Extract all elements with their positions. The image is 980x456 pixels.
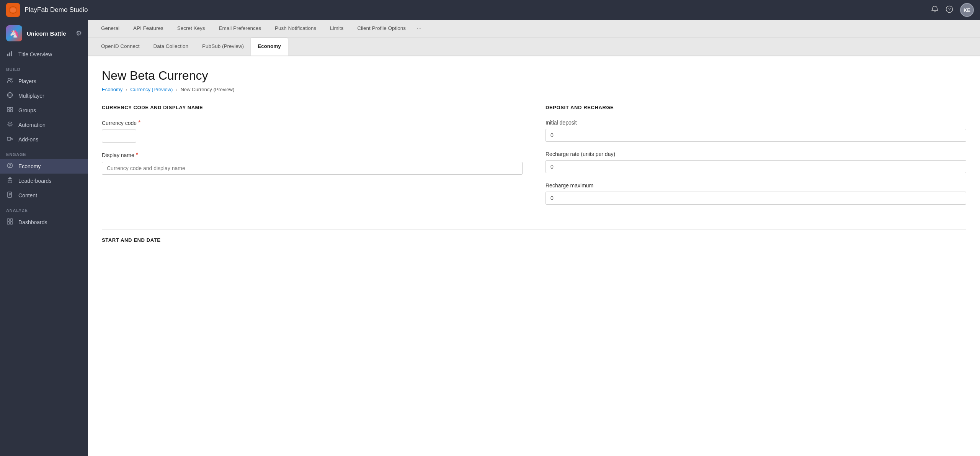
left-section-title: CURRENCY CODE AND DISPLAY NAME: [102, 105, 523, 110]
initial-deposit-input[interactable]: [546, 129, 966, 142]
main-layout: 🦄 Unicorn Battle ⚙ Title Overview BUILD: [0, 20, 980, 456]
sidebar-item-title-overview[interactable]: Title Overview: [0, 47, 88, 62]
dashboards-icon: [6, 218, 14, 226]
sidebar-item-multiplayer[interactable]: Multiplayer: [0, 89, 88, 103]
currency-code-label: Currency code *: [102, 120, 523, 126]
svg-point-8: [11, 78, 12, 80]
tab-secret-keys[interactable]: Secret Keys: [170, 20, 212, 38]
svg-rect-15: [10, 110, 13, 112]
header-icons: ? KE: [931, 3, 974, 17]
tab-email-preferences[interactable]: Email Preferences: [212, 20, 268, 38]
svg-rect-26: [7, 219, 10, 221]
svg-rect-19: [9, 177, 11, 178]
svg-rect-27: [10, 219, 13, 221]
sidebar-item-content[interactable]: Content: [0, 188, 88, 203]
sidebar-item-economy[interactable]: Economy: [0, 159, 88, 174]
tab-more-icon[interactable]: ···: [413, 20, 425, 38]
svg-point-7: [8, 78, 10, 80]
sidebar-item-players[interactable]: Players: [0, 74, 88, 89]
recharge-rate-label: Recharge rate (units per day): [546, 151, 966, 157]
app-logo: [6, 3, 20, 17]
recharge-maximum-field: Recharge maximum: [546, 182, 966, 205]
recharge-maximum-label: Recharge maximum: [546, 182, 966, 189]
sidebar: 🦄 Unicorn Battle ⚙ Title Overview BUILD: [0, 20, 88, 456]
display-name-label: Display name *: [102, 152, 523, 159]
tab-api-features[interactable]: API Features: [126, 20, 170, 38]
svg-rect-12: [7, 107, 10, 109]
sidebar-item-dashboards[interactable]: Dashboards: [0, 215, 88, 230]
currency-code-input[interactable]: [102, 130, 136, 143]
tab-data-collection[interactable]: Data Collection: [147, 38, 196, 56]
sidebar-label-automation: Automation: [18, 122, 46, 128]
tab-limits[interactable]: Limits: [323, 20, 350, 38]
section-label-engage: ENGAGE: [0, 147, 88, 159]
tab-bar-secondary: OpenID Connect Data Collection PubSub (P…: [88, 38, 980, 56]
tab-general[interactable]: General: [94, 20, 126, 38]
sidebar-label-groups: Groups: [18, 107, 36, 113]
recharge-maximum-input[interactable]: [546, 192, 966, 205]
sidebar-item-automation[interactable]: Automation: [0, 118, 88, 132]
svg-rect-17: [7, 137, 11, 140]
studio-title: PlayFab Demo Studio: [24, 6, 926, 14]
chart-icon: [6, 51, 14, 58]
svg-text:?: ?: [948, 7, 951, 12]
currency-code-field: Currency code *: [102, 120, 523, 143]
display-name-field: Display name *: [102, 152, 523, 175]
initial-deposit-label: Initial deposit: [546, 120, 966, 126]
svg-rect-14: [7, 110, 10, 112]
sidebar-item-leaderboards[interactable]: Leaderboards: [0, 174, 88, 188]
automation-icon: [6, 121, 14, 129]
svg-rect-5: [9, 52, 10, 56]
sidebar-label-content: Content: [18, 192, 37, 198]
svg-rect-28: [7, 222, 10, 224]
leaderboards-icon: [6, 177, 14, 185]
sidebar-label-leaderboards: Leaderboards: [18, 178, 51, 184]
tab-openid-connect[interactable]: OpenID Connect: [94, 38, 147, 56]
sidebar-label-economy: Economy: [18, 163, 41, 169]
start-end-date-section: START AND END DATE: [102, 229, 966, 243]
display-name-required: *: [136, 152, 138, 159]
breadcrumb-sep-2: ›: [176, 87, 177, 92]
tab-economy[interactable]: Economy: [251, 38, 288, 56]
game-title: Unicorn Battle: [27, 30, 71, 37]
bell-icon[interactable]: [931, 5, 939, 15]
form-right-section: DEPOSIT AND RECHARGE Initial deposit Rec…: [546, 105, 966, 214]
breadcrumb-currency-preview[interactable]: Currency (Preview): [130, 87, 173, 92]
tab-push-notifications[interactable]: Push Notifications: [268, 20, 323, 38]
page-content: New Beta Currency Economy › Currency (Pr…: [88, 56, 980, 456]
economy-icon: [6, 162, 14, 170]
display-name-input[interactable]: [102, 162, 523, 175]
svg-rect-13: [10, 107, 13, 109]
tab-bar-primary: General API Features Secret Keys Email P…: [88, 20, 980, 38]
form-left-section: CURRENCY CODE AND DISPLAY NAME Currency …: [102, 105, 523, 214]
sidebar-label-title-overview: Title Overview: [18, 51, 52, 57]
svg-rect-4: [7, 54, 8, 56]
tab-client-profile-options[interactable]: Client Profile Options: [350, 20, 413, 38]
svg-rect-29: [10, 222, 13, 224]
sidebar-label-addons: Add-ons: [18, 136, 38, 143]
sidebar-item-addons[interactable]: Add-ons: [0, 132, 88, 147]
recharge-rate-field: Recharge rate (units per day): [546, 151, 966, 173]
right-section-title: DEPOSIT AND RECHARGE: [546, 105, 966, 110]
multiplayer-icon: [6, 92, 14, 100]
breadcrumb-sep-1: ›: [126, 87, 127, 92]
sidebar-item-groups[interactable]: Groups: [0, 103, 88, 118]
sidebar-label-multiplayer: Multiplayer: [18, 93, 44, 99]
tab-pubsub-preview[interactable]: PubSub (Preview): [195, 38, 251, 56]
svg-rect-6: [11, 51, 12, 56]
currency-code-required: *: [138, 120, 140, 126]
top-header: PlayFab Demo Studio ? KE: [0, 0, 980, 20]
settings-gear-icon[interactable]: ⚙: [76, 29, 82, 38]
initial-deposit-field: Initial deposit: [546, 120, 966, 142]
content-area: General API Features Secret Keys Email P…: [88, 20, 980, 456]
help-icon[interactable]: ?: [946, 5, 953, 15]
recharge-rate-input[interactable]: [546, 160, 966, 173]
user-avatar[interactable]: KE: [960, 3, 974, 17]
form-layout: CURRENCY CODE AND DISPLAY NAME Currency …: [102, 105, 966, 214]
svg-point-16: [9, 123, 11, 125]
section-label-analyze: ANALYZE: [0, 203, 88, 215]
section-label-build: BUILD: [0, 62, 88, 74]
sidebar-label-dashboards: Dashboards: [18, 219, 47, 225]
breadcrumb-economy[interactable]: Economy: [102, 87, 122, 92]
game-icon: 🦄: [6, 25, 22, 41]
